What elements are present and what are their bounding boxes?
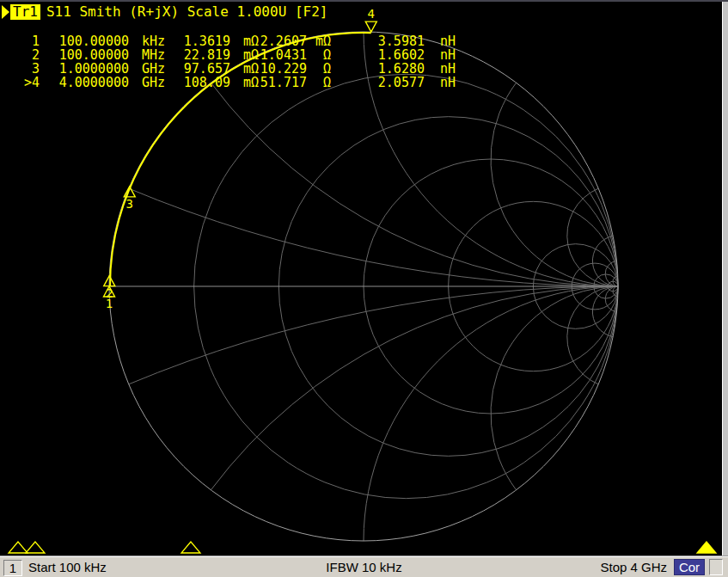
- marker-table-cell: 1: [15, 34, 40, 48]
- stop-frequency-label: Stop 4 GHz: [600, 559, 667, 575]
- correction-status-badge: Cor: [674, 559, 705, 575]
- marker-table: 1100.00000kHz1.3619mΩ2.2607mΩ3.5981nH210…: [15, 34, 497, 89]
- marker-table-cell: 100.00000: [50, 34, 129, 48]
- right-border-strip: [722, 2, 728, 556]
- marker-table-cell: 3.5981: [342, 34, 425, 48]
- marker-table-cell: Ω: [273, 48, 331, 62]
- stimulus-marker-1[interactable]: [9, 542, 28, 553]
- status-right-group: Stop 4 GHz Cor: [600, 559, 723, 575]
- stimulus-marker-4[interactable]: [697, 542, 716, 553]
- status-bar: 1 Start 100 kHz IFBW 10 kHz Stop 4 GHz C…: [0, 556, 728, 577]
- svg-text:2: 2: [106, 286, 113, 300]
- svg-text:4: 4: [368, 7, 375, 21]
- marker-table-cell: 4.0000000: [50, 76, 129, 89]
- svg-text:3: 3: [126, 197, 133, 211]
- vna-screen: 1234 Tr1 S11 Smith (R+jX) Scale 1.000U […: [0, 0, 728, 577]
- trace-badge[interactable]: Tr1: [10, 4, 40, 20]
- marker-table-row: >44.0000000GHz108.09mΩ51.717Ω2.0577nH: [15, 76, 497, 89]
- marker-table-row: 31.0000000GHz97.657mΩ10.229Ω1.6280nH: [15, 62, 497, 76]
- marker-table-cell: >4: [15, 76, 40, 89]
- marker-table-cell: nH: [440, 62, 474, 76]
- marker-table-cell: 2.0577: [342, 76, 425, 89]
- marker-table-cell: 1.6280: [342, 62, 425, 76]
- marker-table-cell: 1.6602: [342, 48, 425, 62]
- active-trace-icon: [2, 5, 9, 19]
- marker-table-cell: 3: [15, 62, 40, 76]
- marker-table-cell: 100.00000: [50, 48, 129, 62]
- marker-table-cell: nH: [440, 76, 474, 89]
- marker-table-cell: Ω: [273, 76, 331, 89]
- marker-table-row: 1100.00000kHz1.3619mΩ2.2607mΩ3.5981nH: [15, 34, 497, 48]
- marker-table-cell: nH: [440, 34, 474, 48]
- stimulus-marker-2[interactable]: [26, 542, 45, 553]
- trace-title-bar: Tr1 S11 Smith (R+jX) Scale 1.000U [F2]: [2, 3, 327, 20]
- chart-marker-4[interactable]: 4: [365, 7, 376, 32]
- status-empty-box: [709, 559, 723, 575]
- marker-table-cell: Ω: [273, 62, 331, 76]
- marker-table-cell: 22.819: [153, 48, 230, 62]
- stimulus-marker-3[interactable]: [181, 542, 200, 553]
- trace-format-title: S11 Smith (R+jX) Scale 1.000U [F2]: [46, 3, 328, 20]
- marker-table-cell: 97.657: [153, 62, 230, 76]
- marker-table-cell: 2: [15, 48, 40, 62]
- marker-table-cell: nH: [440, 48, 474, 62]
- marker-table-cell: 1.0000000: [50, 62, 129, 76]
- marker-table-cell: 108.09: [153, 76, 230, 89]
- marker-table-cell: mΩ: [273, 34, 331, 48]
- marker-table-row: 2100.00000MHz22.819mΩ1.0431Ω1.6602nH: [15, 48, 497, 62]
- marker-table-cell: 1.3619: [153, 34, 230, 48]
- smith-grid: [109, 32, 618, 541]
